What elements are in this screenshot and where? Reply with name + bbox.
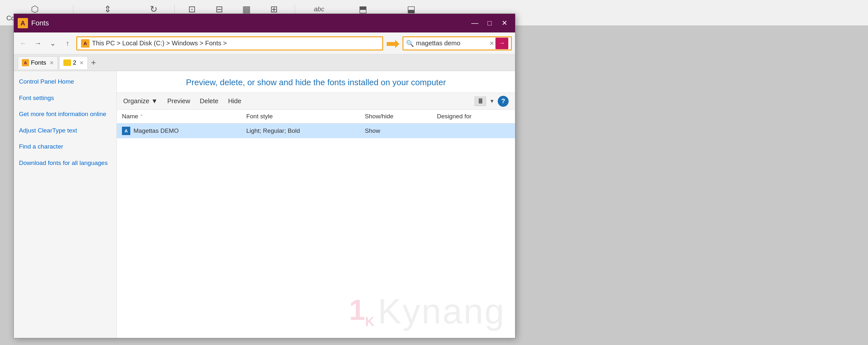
cell-name: A Magettas DEMO <box>117 123 241 138</box>
hide-button[interactable]: Hide <box>228 97 241 105</box>
tab-add-button[interactable]: + <box>91 58 96 67</box>
font-table: Name ⌃ Font style Show/hide <box>117 109 515 338</box>
table-row[interactable]: A Magettas DEMO Light; Regular; Bold Sho… <box>117 123 515 138</box>
toolbar-right: ≣ ▼ ? <box>474 96 509 107</box>
sidebar-download-fonts[interactable]: Download fonts for all languages <box>19 159 111 167</box>
maximize-button[interactable]: □ <box>483 18 496 28</box>
transform-icon: abc <box>314 5 324 13</box>
main-title: Preview, delete, or show and hide the fo… <box>126 77 505 88</box>
main-header: Preview, delete, or show and hide the fo… <box>117 71 515 93</box>
send-back-icon: ⬓ <box>407 4 415 14</box>
col-designed-for: Designed for <box>432 109 515 123</box>
tab-fonts-icon: A <box>22 59 29 66</box>
tab-fonts-close[interactable]: ✕ <box>50 60 54 66</box>
tab-fonts[interactable]: A Fonts ✕ <box>18 56 58 69</box>
close-button[interactable]: ✕ <box>498 18 511 28</box>
minimize-button[interactable]: — <box>468 18 482 28</box>
bring-front-icon: ⬒ <box>359 4 367 14</box>
delete-button[interactable]: Delete <box>200 97 218 105</box>
tab-2-folder-icon <box>63 60 71 66</box>
organize-button[interactable]: Organize ▼ <box>123 97 158 105</box>
smartart-icon: ⬡ <box>31 4 39 14</box>
nav-recent-button[interactable]: ⌄ <box>46 37 59 50</box>
nav-back-button[interactable]: ← <box>17 37 29 50</box>
address-area: ← → ⌄ ↑ A This PC > Local Disk (C:) > Wi… <box>14 32 515 54</box>
view-toggle-button[interactable]: ≣ <box>474 96 486 106</box>
sidebar-control-panel-home[interactable]: Control Panel Home <box>19 77 111 86</box>
cell-designed-for <box>432 123 515 138</box>
sort-arrow-name: ⌃ <box>140 114 144 119</box>
content-toolbar: Organize ▼ Preview Delete Hide ≣ ▼ ? <box>117 93 515 109</box>
sidebar-adjust-cleartype[interactable]: Adjust ClearType text <box>19 126 111 135</box>
tab-2-close[interactable]: ✕ <box>80 60 84 66</box>
change-icon: ↻ <box>150 4 157 14</box>
font-type-icon: A <box>122 127 130 135</box>
tab-2-label: 2 <box>73 59 76 66</box>
main-content: Preview, delete, or show and hide the fo… <box>117 71 515 338</box>
col-show-hide: Show/hide <box>360 109 432 123</box>
size-position-icon: ⇕ <box>104 4 111 14</box>
col-font-style: Font style <box>241 109 360 123</box>
address-icon: A <box>81 39 89 48</box>
bottom-align-icon: ⊟ <box>216 4 223 14</box>
slide-icon: ▦ <box>242 4 251 14</box>
preview-button[interactable]: Preview <box>167 97 190 105</box>
tab-2[interactable]: 2 ✕ <box>59 56 88 69</box>
content-area: Control Panel Home Font settings Get mor… <box>14 71 515 338</box>
arrow-indicator: ➡ <box>386 34 400 53</box>
search-input[interactable]: magettas demo <box>416 39 489 47</box>
window-icon: A <box>18 18 28 28</box>
fonts-window: A Fonts — □ ✕ ← → ⌄ ↑ A This PC > Local … <box>13 13 516 338</box>
sidebar-get-more-font-info[interactable]: Get more font information online <box>19 110 111 119</box>
address-path: This PC > Local Disk (C:) > Windows > Fo… <box>92 39 227 47</box>
table-header-row: Name ⌃ Font style Show/hide <box>117 109 515 123</box>
nav-up-button[interactable]: ↑ <box>61 37 74 50</box>
objects-icon: ⊞ <box>270 4 278 14</box>
title-bar: A Fonts — □ ✕ <box>14 14 515 32</box>
search-icon: 🔍 <box>406 39 414 47</box>
search-clear-button[interactable]: ✕ <box>489 40 494 47</box>
font-name-cell: A Magettas DEMO <box>122 127 236 135</box>
tab-bar: A Fonts ✕ 2 ✕ + <box>14 54 515 71</box>
view-dropdown-icon: ▼ <box>489 98 494 104</box>
search-go-button[interactable]: → <box>495 38 508 49</box>
sidebar-font-settings[interactable]: Font settings <box>19 94 111 102</box>
search-bar-wrapper[interactable]: 🔍 magettas demo ✕ → <box>402 36 512 51</box>
tab-fonts-label: Fonts <box>31 59 46 66</box>
right-align-icon: ⊡ <box>188 4 196 14</box>
window-controls: — □ ✕ <box>468 18 511 28</box>
cell-show-hide: Show <box>360 123 432 138</box>
window-title: Fonts <box>31 19 468 27</box>
organize-dropdown-icon: ▼ <box>151 97 158 105</box>
nav-forward-button[interactable]: → <box>32 37 44 50</box>
cell-font-style: Light; Regular; Bold <box>241 123 360 138</box>
address-bar[interactable]: A This PC > Local Disk (C:) > Windows > … <box>76 36 383 51</box>
help-button[interactable]: ? <box>498 96 509 107</box>
sidebar: Control Panel Home Font settings Get mor… <box>14 71 117 338</box>
col-name: Name ⌃ <box>117 109 241 123</box>
sidebar-find-character[interactable]: Find a character <box>19 143 111 151</box>
